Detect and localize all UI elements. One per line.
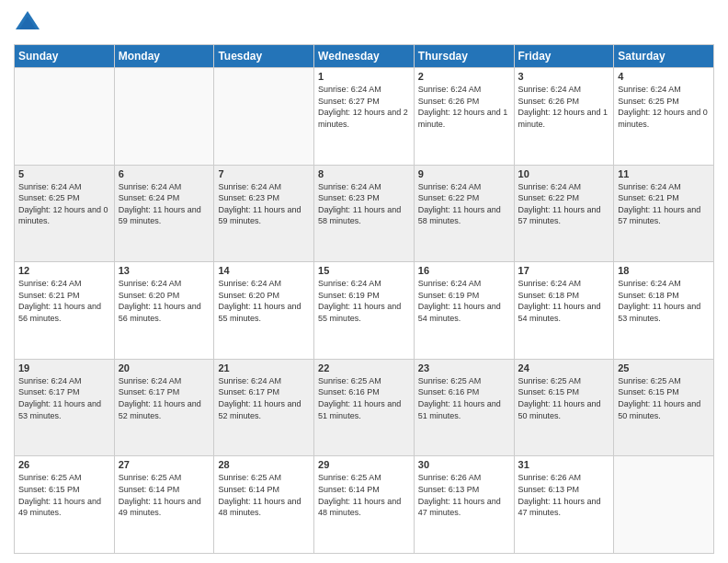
day-number: 28 — [218, 459, 310, 470]
day-number: 26 — [18, 459, 110, 470]
day-number: 31 — [518, 459, 610, 470]
day-number: 13 — [119, 265, 210, 276]
day-number: 29 — [318, 459, 410, 470]
day-info: Sunrise: 6:24 AMSunset: 6:24 PMDaylight:… — [119, 181, 210, 227]
day-number: 6 — [119, 168, 210, 179]
day-number: 19 — [18, 362, 110, 373]
day-cell — [15, 68, 115, 166]
weekday-tuesday: Tuesday — [214, 45, 314, 68]
day-number: 14 — [218, 265, 310, 276]
day-cell: 5Sunrise: 6:24 AMSunset: 6:25 PMDaylight… — [15, 165, 115, 262]
day-cell: 15Sunrise: 6:24 AMSunset: 6:19 PMDayligh… — [314, 262, 415, 360]
day-info: Sunrise: 6:24 AMSunset: 6:25 PMDaylight:… — [18, 181, 110, 227]
day-info: Sunrise: 6:24 AMSunset: 6:27 PMDaylight:… — [318, 84, 410, 130]
day-cell: 17Sunrise: 6:24 AMSunset: 6:18 PMDayligh… — [514, 262, 614, 360]
day-number: 9 — [418, 168, 510, 179]
day-cell: 1Sunrise: 6:24 AMSunset: 6:27 PMDaylight… — [314, 68, 415, 166]
day-cell: 27Sunrise: 6:25 AMSunset: 6:14 PMDayligh… — [114, 456, 214, 554]
day-info: Sunrise: 6:25 AMSunset: 6:14 PMDaylight:… — [318, 472, 410, 518]
week-row-2: 12Sunrise: 6:24 AMSunset: 6:21 PMDayligh… — [15, 262, 714, 360]
day-number: 1 — [318, 71, 410, 82]
day-number: 18 — [618, 265, 710, 276]
week-row-1: 5Sunrise: 6:24 AMSunset: 6:25 PMDaylight… — [15, 165, 714, 262]
day-cell — [214, 68, 314, 166]
day-number: 17 — [518, 265, 610, 276]
day-cell: 19Sunrise: 6:24 AMSunset: 6:17 PMDayligh… — [15, 359, 115, 456]
header — [14, 9, 714, 37]
day-number: 10 — [518, 168, 610, 179]
day-cell: 14Sunrise: 6:24 AMSunset: 6:20 PMDayligh… — [214, 262, 314, 360]
day-number: 20 — [119, 362, 210, 373]
day-cell — [114, 68, 214, 166]
day-info: Sunrise: 6:24 AMSunset: 6:19 PMDaylight:… — [318, 278, 410, 324]
day-number: 12 — [18, 265, 110, 276]
day-info: Sunrise: 6:25 AMSunset: 6:16 PMDaylight:… — [418, 375, 510, 421]
day-cell: 6Sunrise: 6:24 AMSunset: 6:24 PMDaylight… — [114, 165, 214, 262]
day-number: 5 — [18, 168, 110, 179]
day-number: 4 — [618, 71, 710, 82]
day-number: 11 — [618, 168, 710, 179]
day-info: Sunrise: 6:24 AMSunset: 6:21 PMDaylight:… — [618, 181, 710, 227]
day-number: 16 — [418, 265, 510, 276]
logo — [14, 9, 45, 37]
logo-icon — [14, 9, 41, 37]
day-info: Sunrise: 6:24 AMSunset: 6:20 PMDaylight:… — [119, 278, 210, 324]
day-cell: 16Sunrise: 6:24 AMSunset: 6:19 PMDayligh… — [414, 262, 514, 360]
day-cell: 12Sunrise: 6:24 AMSunset: 6:21 PMDayligh… — [15, 262, 115, 360]
day-number: 8 — [318, 168, 410, 179]
day-cell: 24Sunrise: 6:25 AMSunset: 6:15 PMDayligh… — [514, 359, 614, 456]
day-info: Sunrise: 6:24 AMSunset: 6:17 PMDaylight:… — [119, 375, 210, 421]
calendar: SundayMondayTuesdayWednesdayThursdayFrid… — [14, 44, 714, 554]
day-info: Sunrise: 6:24 AMSunset: 6:19 PMDaylight:… — [418, 278, 510, 324]
week-row-4: 26Sunrise: 6:25 AMSunset: 6:15 PMDayligh… — [15, 456, 714, 554]
day-info: Sunrise: 6:25 AMSunset: 6:14 PMDaylight:… — [119, 472, 210, 518]
day-info: Sunrise: 6:25 AMSunset: 6:15 PMDaylight:… — [18, 472, 110, 518]
day-info: Sunrise: 6:24 AMSunset: 6:18 PMDaylight:… — [518, 278, 610, 324]
day-cell: 30Sunrise: 6:26 AMSunset: 6:13 PMDayligh… — [414, 456, 514, 554]
day-number: 21 — [218, 362, 310, 373]
weekday-monday: Monday — [114, 45, 214, 68]
day-info: Sunrise: 6:24 AMSunset: 6:26 PMDaylight:… — [418, 84, 510, 130]
day-number: 25 — [618, 362, 710, 373]
day-info: Sunrise: 6:26 AMSunset: 6:13 PMDaylight:… — [418, 472, 510, 518]
day-cell: 3Sunrise: 6:24 AMSunset: 6:26 PMDaylight… — [514, 68, 614, 166]
day-info: Sunrise: 6:24 AMSunset: 6:21 PMDaylight:… — [18, 278, 110, 324]
day-info: Sunrise: 6:26 AMSunset: 6:13 PMDaylight:… — [518, 472, 610, 518]
day-cell: 9Sunrise: 6:24 AMSunset: 6:22 PMDaylight… — [414, 165, 514, 262]
day-cell: 18Sunrise: 6:24 AMSunset: 6:18 PMDayligh… — [614, 262, 714, 360]
day-number: 24 — [518, 362, 610, 373]
day-cell: 28Sunrise: 6:25 AMSunset: 6:14 PMDayligh… — [214, 456, 314, 554]
day-number: 15 — [318, 265, 410, 276]
day-info: Sunrise: 6:24 AMSunset: 6:23 PMDaylight:… — [218, 181, 310, 227]
day-number: 2 — [418, 71, 510, 82]
day-info: Sunrise: 6:24 AMSunset: 6:17 PMDaylight:… — [218, 375, 310, 421]
day-number: 27 — [119, 459, 210, 470]
day-info: Sunrise: 6:24 AMSunset: 6:20 PMDaylight:… — [218, 278, 310, 324]
weekday-saturday: Saturday — [614, 45, 714, 68]
day-cell: 8Sunrise: 6:24 AMSunset: 6:23 PMDaylight… — [314, 165, 415, 262]
day-cell: 13Sunrise: 6:24 AMSunset: 6:20 PMDayligh… — [114, 262, 214, 360]
day-cell: 7Sunrise: 6:24 AMSunset: 6:23 PMDaylight… — [214, 165, 314, 262]
day-cell: 21Sunrise: 6:24 AMSunset: 6:17 PMDayligh… — [214, 359, 314, 456]
day-info: Sunrise: 6:24 AMSunset: 6:25 PMDaylight:… — [618, 84, 710, 130]
day-info: Sunrise: 6:25 AMSunset: 6:14 PMDaylight:… — [218, 472, 310, 518]
day-cell: 25Sunrise: 6:25 AMSunset: 6:15 PMDayligh… — [614, 359, 714, 456]
day-cell: 11Sunrise: 6:24 AMSunset: 6:21 PMDayligh… — [614, 165, 714, 262]
day-cell: 23Sunrise: 6:25 AMSunset: 6:16 PMDayligh… — [414, 359, 514, 456]
day-info: Sunrise: 6:25 AMSunset: 6:16 PMDaylight:… — [318, 375, 410, 421]
day-cell: 20Sunrise: 6:24 AMSunset: 6:17 PMDayligh… — [114, 359, 214, 456]
day-info: Sunrise: 6:24 AMSunset: 6:23 PMDaylight:… — [318, 181, 410, 227]
day-info: Sunrise: 6:25 AMSunset: 6:15 PMDaylight:… — [618, 375, 710, 421]
day-number: 3 — [518, 71, 610, 82]
day-info: Sunrise: 6:24 AMSunset: 6:22 PMDaylight:… — [418, 181, 510, 227]
day-number: 23 — [418, 362, 510, 373]
day-info: Sunrise: 6:24 AMSunset: 6:17 PMDaylight:… — [18, 375, 110, 421]
day-cell: 26Sunrise: 6:25 AMSunset: 6:15 PMDayligh… — [15, 456, 115, 554]
weekday-wednesday: Wednesday — [314, 45, 415, 68]
week-row-0: 1Sunrise: 6:24 AMSunset: 6:27 PMDaylight… — [15, 68, 714, 166]
day-cell: 22Sunrise: 6:25 AMSunset: 6:16 PMDayligh… — [314, 359, 415, 456]
weekday-sunday: Sunday — [15, 45, 115, 68]
day-info: Sunrise: 6:25 AMSunset: 6:15 PMDaylight:… — [518, 375, 610, 421]
day-info: Sunrise: 6:24 AMSunset: 6:26 PMDaylight:… — [518, 84, 610, 130]
day-info: Sunrise: 6:24 AMSunset: 6:18 PMDaylight:… — [618, 278, 710, 324]
